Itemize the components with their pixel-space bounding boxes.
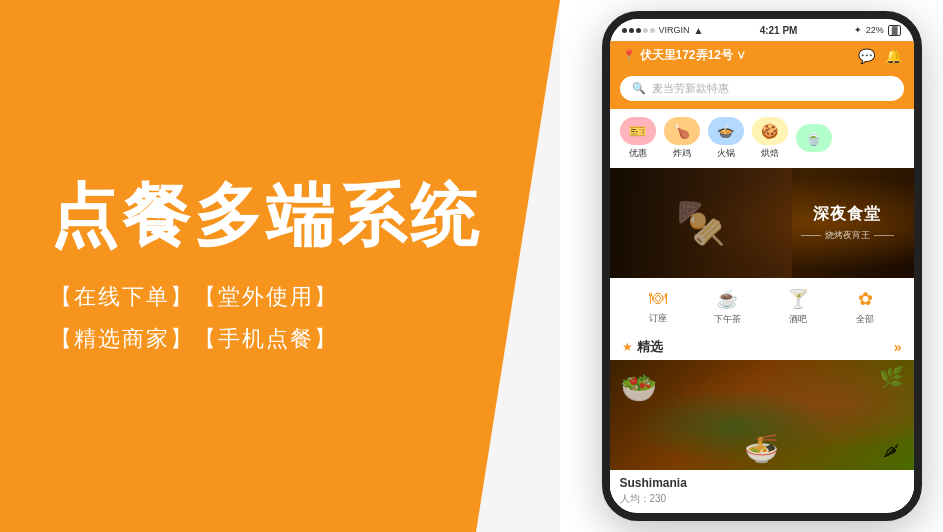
dingzuo-label: 订座 [649,312,667,325]
signal-dots [622,28,655,33]
restaurant-info: Sushimania 人均：230 [610,470,914,512]
banner-line-right [874,235,894,236]
dot-2 [629,28,634,33]
food-icon-quanbu[interactable]: ✿ 全部 [856,288,874,326]
restaurant-avg-price: 人均：230 [620,492,904,506]
cat-tab-huoguo[interactable]: 🍲 火锅 [708,117,744,160]
search-input-wrap[interactable]: 🔍 麦当劳新款特惠 [620,76,904,101]
search-bar: 🔍 麦当劳新款特惠 [610,70,914,109]
location-text: 伏天里172弄12号 ∨ [640,47,747,64]
food-decoration-2: 🌿 [879,365,904,389]
cat-tab-more[interactable]: 🍵 [796,124,832,154]
star-icon: ★ [622,340,633,354]
dingzuo-icon: 🍽 [649,288,667,309]
carrier-label: VIRGIN [659,25,690,35]
jiuba-icon: 🍸 [787,288,809,310]
section-more-arrow[interactable]: » [894,339,902,355]
dot-3 [636,28,641,33]
restaurant-name: Sushimania [620,476,904,490]
category-tabs: 🎫 优惠 🍗 炸鸡 🍲 火锅 🍪 烘焙 🍵 [610,109,914,168]
banner-text-area: 深夜食堂 烧烤夜宵王 [801,204,894,242]
status-left: VIRGIN ▲ [622,25,704,36]
banner-food-icon: 🍢 [676,200,726,247]
location-pin-icon: 📍 [622,49,636,62]
status-bar: VIRGIN ▲ 4:21 PM ✦ 22% ▓ [610,19,914,41]
food-icon-jiuba[interactable]: 🍸 酒吧 [787,288,809,326]
top-icons-group: 💬 🔔 [858,48,902,64]
banner: 🍢 深夜食堂 烧烤夜宵王 [610,168,914,278]
restaurant-image-inner: 🥗 🍜 🌿 🌶 [610,360,914,470]
cat-label-huoguo: 火锅 [717,147,735,160]
cat-icon-youhui: 🎫 [620,117,656,145]
cat-icon-zhaji: 🍗 [664,117,700,145]
right-section: VIRGIN ▲ 4:21 PM ✦ 22% ▓ 📍 伏天里172弄12号 ∨ … [560,0,943,532]
cat-label-hongbei: 烘焙 [761,147,779,160]
banner-title: 深夜食堂 [801,204,894,225]
subtitle-row-2: 【精选商家】【手机点餐】 [50,324,510,354]
jiuba-label: 酒吧 [789,313,807,326]
status-right: ✦ 22% ▓ [854,25,902,36]
cat-icon-huoguo: 🍲 [708,117,744,145]
banner-line-left [801,235,821,236]
battery-label: 22% [866,25,884,35]
dot-5 [650,28,655,33]
food-decoration-3: 🌶 [883,442,899,460]
search-icon: 🔍 [632,82,646,95]
banner-food-area: 🍢 [610,168,792,278]
cat-tab-hongbei[interactable]: 🍪 烘焙 [752,117,788,160]
dot-4 [643,28,648,33]
food-icons-row: 🍽 订座 ☕ 下午茶 🍸 酒吧 ✿ 全部 [610,278,914,332]
battery-icon: ▓ [888,25,902,36]
food-icon-dingzuo[interactable]: 🍽 订座 [649,288,667,326]
food-bowl-icon: 🍜 [744,432,779,465]
cat-icon-hongbei: 🍪 [752,117,788,145]
chat-icon[interactable]: 💬 [858,48,875,64]
search-placeholder-text: 麦当劳新款特惠 [652,81,729,96]
location-area[interactable]: 📍 伏天里172弄12号 ∨ [622,47,747,64]
subtitle-lines: 【在线下单】【堂外使用】 【精选商家】【手机点餐】 [50,282,510,354]
banner-subtitle: 烧烤夜宵王 [801,229,894,242]
top-bar: 📍 伏天里172弄12号 ∨ 💬 🔔 [610,41,914,70]
cat-label-youhui: 优惠 [629,147,647,160]
bluetooth-icon: ✦ [854,25,862,35]
section-title-wrap: ★ 精选 [622,338,663,356]
left-section: 点餐多端系统 【在线下单】【堂外使用】 【精选商家】【手机点餐】 [0,0,560,532]
cat-label-zhaji: 炸鸡 [673,147,691,160]
section-header: ★ 精选 » [610,332,914,360]
cat-icon-more: 🍵 [796,124,832,152]
cat-tab-youhui[interactable]: 🎫 优惠 [620,117,656,160]
restaurant-image: 🥗 🍜 🌿 🌶 [610,360,914,470]
wifi-icon: ▲ [694,25,704,36]
xiawucha-icon: ☕ [716,288,738,310]
bell-icon[interactable]: 🔔 [885,48,902,64]
section-title: 精选 [637,338,663,356]
food-decoration-1: 🥗 [620,370,657,405]
time-display: 4:21 PM [760,25,798,36]
xiawucha-label: 下午茶 [714,313,741,326]
cat-tab-zhaji[interactable]: 🍗 炸鸡 [664,117,700,160]
banner-subtitle-text: 烧烤夜宵王 [825,229,870,242]
quanbu-label: 全部 [856,313,874,326]
dot-1 [622,28,627,33]
subtitle-row-1: 【在线下单】【堂外使用】 [50,282,510,312]
restaurant-card[interactable]: 🥗 🍜 🌿 🌶 Sushimania 人均：230 [610,360,914,512]
phone-mockup: VIRGIN ▲ 4:21 PM ✦ 22% ▓ 📍 伏天里172弄12号 ∨ … [602,11,922,521]
quanbu-icon: ✿ [858,288,873,310]
main-title: 点餐多端系统 [50,178,510,253]
food-icon-xiawucha[interactable]: ☕ 下午茶 [714,288,741,326]
